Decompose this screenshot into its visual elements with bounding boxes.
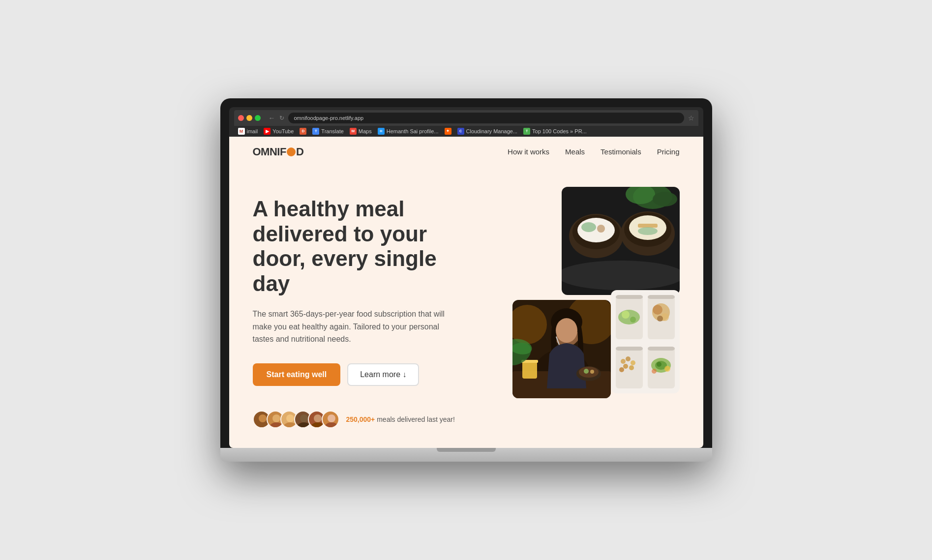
svg-point-10 xyxy=(328,414,335,422)
svg-point-68 xyxy=(657,362,661,367)
refresh-icon[interactable]: ↻ xyxy=(279,115,284,121)
bookmark-cloudinary[interactable]: C Cloudinary Manage... xyxy=(457,128,518,135)
svg-point-69 xyxy=(664,366,670,372)
gmail-favicon: M xyxy=(238,128,245,135)
laptop-container: ← ↻ ☆ M imail ▶ YouTube D T xyxy=(220,98,712,462)
hero-stats: 250,000+ meals delivered last year! xyxy=(253,411,493,428)
svg-point-70 xyxy=(652,369,657,374)
svg-point-47 xyxy=(618,310,640,324)
svg-point-63 xyxy=(619,367,624,372)
bookmark-gmail[interactable]: M imail xyxy=(238,128,258,135)
minimize-button[interactable] xyxy=(246,115,252,121)
bookmarks-bar: M imail ▶ YouTube D T Translate M Maps xyxy=(234,126,698,137)
bookmark-star-icon[interactable]: ☆ xyxy=(688,114,694,122)
hero-images xyxy=(512,187,680,398)
stats-suffix: meals delivered last year! xyxy=(375,415,455,423)
svg-point-38 xyxy=(556,318,577,343)
svg-rect-22 xyxy=(638,224,658,228)
nav-pricing[interactable]: Pricing xyxy=(657,147,680,156)
site-nav: OMNIFD How it works Meals Testimonials P… xyxy=(229,137,703,167)
svg-point-17 xyxy=(581,222,596,232)
stats-count: 250,000+ xyxy=(346,415,375,423)
logo: OMNIFD xyxy=(253,146,304,158)
svg-point-11 xyxy=(325,422,338,428)
svg-point-62 xyxy=(629,365,634,370)
maximize-button[interactable] xyxy=(255,115,261,121)
hemanth-label: Hemanth Sai profile... xyxy=(387,128,439,134)
logo-text-part1: OMNIF xyxy=(253,146,286,158)
translate-favicon: T xyxy=(312,128,319,135)
hero-subtitle: The smart 365-days-per-year food subscri… xyxy=(253,308,459,346)
cloudinary-favicon: C xyxy=(457,128,464,135)
svg-rect-51 xyxy=(648,295,675,299)
svg-point-43 xyxy=(590,370,594,374)
laptop-screen: ← ↻ ☆ M imail ▶ YouTube D T xyxy=(229,107,703,448)
bookmark-astro[interactable]: ✦ xyxy=(445,128,451,135)
nav-meals[interactable]: Meals xyxy=(565,147,585,156)
bookmark-hemanth[interactable]: H Hemanth Sai profile... xyxy=(378,128,439,135)
bookmark-maps[interactable]: M Maps xyxy=(350,128,372,135)
maps-favicon: M xyxy=(350,128,357,135)
svg-point-6 xyxy=(300,414,308,422)
svg-point-42 xyxy=(584,369,589,374)
logo-text-part2: D xyxy=(296,146,303,158)
woman-eating-image xyxy=(512,300,611,398)
svg-point-53 xyxy=(653,305,662,315)
nav-testimonials[interactable]: Testimonials xyxy=(601,147,641,156)
svg-point-8 xyxy=(314,414,322,422)
bookmark-duckduckgo[interactable]: D xyxy=(300,128,306,135)
stats-text: 250,000+ meals delivered last year! xyxy=(346,415,455,423)
svg-point-26 xyxy=(653,192,677,206)
svg-point-49 xyxy=(630,317,636,323)
hero-buttons: Start eating well Learn more ↓ xyxy=(253,363,493,386)
top100-favicon: T xyxy=(523,128,530,135)
svg-rect-32 xyxy=(522,361,537,379)
start-eating-button[interactable]: Start eating well xyxy=(253,363,341,386)
learn-more-button[interactable]: Learn more ↓ xyxy=(347,363,419,386)
top100-label: Top 100 Codes » PR... xyxy=(532,128,587,134)
maps-label: Maps xyxy=(359,128,372,134)
svg-rect-65 xyxy=(648,347,675,351)
address-bar[interactable] xyxy=(288,113,684,123)
bookmark-youtube[interactable]: ▶ YouTube xyxy=(264,128,294,135)
youtube-label: YouTube xyxy=(272,128,294,134)
duckduckgo-favicon: D xyxy=(300,128,306,135)
hero-text: A healthy meal delivered to your door, e… xyxy=(253,187,493,428)
avatar-group xyxy=(253,411,339,428)
food-bowls-image xyxy=(562,187,680,295)
svg-point-61 xyxy=(623,364,628,369)
svg-point-59 xyxy=(626,356,631,361)
astro-favicon: ✦ xyxy=(445,128,451,135)
svg-point-2 xyxy=(272,414,280,422)
svg-point-0 xyxy=(259,414,267,422)
svg-point-4 xyxy=(286,414,294,422)
svg-point-23 xyxy=(638,227,658,235)
translate-label: Translate xyxy=(321,128,343,134)
svg-point-55 xyxy=(657,316,663,322)
back-arrow[interactable]: ← xyxy=(269,114,275,122)
hero-section: A healthy meal delivered to your door, e… xyxy=(229,167,703,448)
svg-point-60 xyxy=(631,360,635,365)
svg-point-13 xyxy=(562,261,680,290)
svg-point-18 xyxy=(597,225,605,233)
hemanth-favicon: H xyxy=(378,128,385,135)
svg-point-41 xyxy=(579,367,599,378)
close-button[interactable] xyxy=(238,115,244,121)
gmail-label: imail xyxy=(247,128,258,134)
svg-rect-46 xyxy=(616,295,643,299)
website: OMNIFD How it works Meals Testimonials P… xyxy=(229,137,703,448)
cloudinary-label: Cloudinary Manage... xyxy=(466,128,518,134)
hero-title: A healthy meal delivered to your door, e… xyxy=(253,197,474,296)
nav-how-it-works[interactable]: How it works xyxy=(508,147,549,156)
logo-circle xyxy=(287,147,296,156)
youtube-favicon: ▶ xyxy=(264,128,271,135)
svg-rect-57 xyxy=(616,347,643,351)
browser-chrome: ← ↻ ☆ M imail ▶ YouTube D T xyxy=(229,107,703,137)
avatar-6 xyxy=(322,411,339,428)
svg-point-58 xyxy=(621,359,626,364)
bookmark-translate[interactable]: T Translate xyxy=(312,128,343,135)
food-containers-image xyxy=(611,290,680,393)
nav-links: How it works Meals Testimonials Pricing xyxy=(508,147,679,156)
svg-point-48 xyxy=(622,311,630,319)
bookmark-top100[interactable]: T Top 100 Codes » PR... xyxy=(523,128,587,135)
